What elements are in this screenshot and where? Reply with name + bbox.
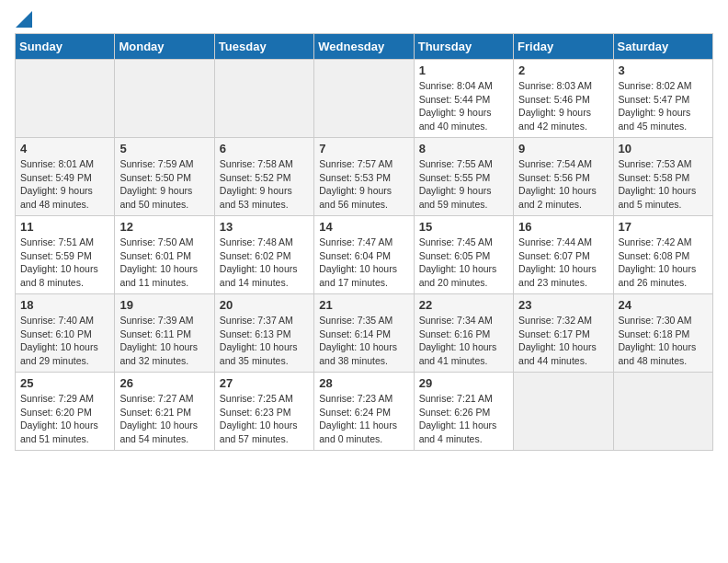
day-info: Sunrise: 7:51 AM Sunset: 5:59 PM Dayligh…	[20, 236, 109, 290]
day-number: 24	[619, 298, 708, 312]
weekday-header-row: SundayMondayTuesdayWednesdayThursdayFrid…	[16, 34, 713, 60]
calendar-cell: 7Sunrise: 7:57 AM Sunset: 5:53 PM Daylig…	[314, 138, 414, 216]
day-info: Sunrise: 7:47 AM Sunset: 6:04 PM Dayligh…	[319, 236, 408, 290]
calendar-week-row: 18Sunrise: 7:40 AM Sunset: 6:10 PM Dayli…	[16, 294, 713, 373]
calendar-cell: 15Sunrise: 7:45 AM Sunset: 6:05 PM Dayli…	[414, 216, 513, 294]
weekday-header-tuesday: Tuesday	[214, 34, 313, 60]
day-number: 1	[419, 63, 508, 77]
day-number: 23	[518, 298, 608, 312]
day-number: 5	[119, 142, 209, 155]
calendar-cell: 5Sunrise: 7:59 AM Sunset: 5:50 PM Daylig…	[115, 138, 214, 216]
weekday-header-thursday: Thursday	[414, 34, 513, 60]
calendar-cell: 26Sunrise: 7:27 AM Sunset: 6:21 PM Dayli…	[115, 373, 214, 451]
day-info: Sunrise: 8:02 AM Sunset: 5:47 PM Dayligh…	[619, 79, 708, 133]
calendar-cell: 8Sunrise: 7:55 AM Sunset: 5:55 PM Daylig…	[414, 138, 513, 216]
day-number: 4	[20, 142, 109, 155]
calendar-cell: 4Sunrise: 8:01 AM Sunset: 5:49 PM Daylig…	[16, 138, 115, 216]
day-number: 14	[319, 220, 408, 234]
calendar-cell: 25Sunrise: 7:29 AM Sunset: 6:20 PM Dayli…	[16, 373, 115, 451]
day-info: Sunrise: 7:37 AM Sunset: 6:13 PM Dayligh…	[220, 314, 309, 368]
calendar-cell	[16, 60, 115, 138]
calendar-cell	[115, 60, 214, 138]
day-number: 6	[220, 142, 309, 155]
calendar-cell: 10Sunrise: 7:53 AM Sunset: 5:58 PM Dayli…	[613, 138, 712, 216]
day-number: 17	[619, 220, 708, 234]
calendar-cell	[514, 373, 613, 451]
page-header	[15, 15, 713, 24]
calendar-cell: 20Sunrise: 7:37 AM Sunset: 6:13 PM Dayli…	[214, 294, 313, 373]
day-number: 28	[319, 376, 408, 390]
day-info: Sunrise: 7:57 AM Sunset: 5:53 PM Dayligh…	[319, 157, 408, 212]
day-number: 13	[220, 220, 309, 234]
calendar-cell: 29Sunrise: 7:21 AM Sunset: 6:26 PM Dayli…	[414, 373, 513, 451]
day-info: Sunrise: 7:44 AM Sunset: 6:07 PM Dayligh…	[518, 236, 608, 290]
weekday-header-wednesday: Wednesday	[314, 34, 414, 60]
day-info: Sunrise: 7:59 AM Sunset: 5:50 PM Dayligh…	[119, 157, 209, 212]
day-number: 20	[220, 298, 309, 312]
day-number: 15	[419, 220, 508, 234]
day-info: Sunrise: 7:45 AM Sunset: 6:05 PM Dayligh…	[419, 236, 508, 290]
day-number: 9	[518, 142, 608, 155]
calendar-cell	[214, 60, 313, 138]
day-info: Sunrise: 7:54 AM Sunset: 5:56 PM Dayligh…	[518, 157, 608, 212]
day-info: Sunrise: 7:30 AM Sunset: 6:18 PM Dayligh…	[619, 314, 708, 368]
calendar-cell: 23Sunrise: 7:32 AM Sunset: 6:17 PM Dayli…	[514, 294, 613, 373]
day-number: 21	[319, 298, 408, 312]
calendar-cell: 2Sunrise: 8:03 AM Sunset: 5:46 PM Daylig…	[514, 60, 613, 138]
day-number: 18	[20, 298, 109, 312]
weekday-header-saturday: Saturday	[613, 34, 712, 60]
calendar-cell: 12Sunrise: 7:50 AM Sunset: 6:01 PM Dayli…	[115, 216, 214, 294]
svg-marker-0	[16, 11, 32, 28]
day-info: Sunrise: 7:55 AM Sunset: 5:55 PM Dayligh…	[419, 157, 508, 212]
day-info: Sunrise: 7:21 AM Sunset: 6:26 PM Dayligh…	[419, 392, 508, 446]
calendar-cell: 18Sunrise: 7:40 AM Sunset: 6:10 PM Dayli…	[16, 294, 115, 373]
day-info: Sunrise: 7:32 AM Sunset: 6:17 PM Dayligh…	[518, 314, 608, 368]
day-number: 8	[419, 142, 508, 155]
day-info: Sunrise: 8:04 AM Sunset: 5:44 PM Dayligh…	[419, 79, 508, 133]
day-info: Sunrise: 8:01 AM Sunset: 5:49 PM Dayligh…	[20, 157, 109, 212]
day-info: Sunrise: 7:50 AM Sunset: 6:01 PM Dayligh…	[119, 236, 209, 290]
calendar-cell: 13Sunrise: 7:48 AM Sunset: 6:02 PM Dayli…	[214, 216, 313, 294]
day-number: 27	[220, 376, 309, 390]
calendar-cell	[613, 373, 712, 451]
calendar-table: SundayMondayTuesdayWednesdayThursdayFrid…	[15, 33, 713, 451]
calendar-cell: 11Sunrise: 7:51 AM Sunset: 5:59 PM Dayli…	[16, 216, 115, 294]
day-number: 22	[419, 298, 508, 312]
day-info: Sunrise: 8:03 AM Sunset: 5:46 PM Dayligh…	[518, 79, 608, 133]
day-info: Sunrise: 7:34 AM Sunset: 6:16 PM Dayligh…	[419, 314, 508, 368]
day-info: Sunrise: 7:48 AM Sunset: 6:02 PM Dayligh…	[220, 236, 309, 290]
calendar-cell: 19Sunrise: 7:39 AM Sunset: 6:11 PM Dayli…	[115, 294, 214, 373]
day-info: Sunrise: 7:39 AM Sunset: 6:11 PM Dayligh…	[119, 314, 209, 368]
day-number: 2	[518, 63, 608, 77]
day-info: Sunrise: 7:58 AM Sunset: 5:52 PM Dayligh…	[220, 157, 309, 212]
day-info: Sunrise: 7:42 AM Sunset: 6:08 PM Dayligh…	[619, 236, 708, 290]
day-info: Sunrise: 7:23 AM Sunset: 6:24 PM Dayligh…	[319, 392, 408, 446]
calendar-cell: 1Sunrise: 8:04 AM Sunset: 5:44 PM Daylig…	[414, 60, 513, 138]
weekday-header-sunday: Sunday	[16, 34, 115, 60]
calendar-cell: 9Sunrise: 7:54 AM Sunset: 5:56 PM Daylig…	[514, 138, 613, 216]
calendar-cell: 24Sunrise: 7:30 AM Sunset: 6:18 PM Dayli…	[613, 294, 712, 373]
day-number: 19	[119, 298, 209, 312]
calendar-cell: 21Sunrise: 7:35 AM Sunset: 6:14 PM Dayli…	[314, 294, 414, 373]
calendar-cell: 17Sunrise: 7:42 AM Sunset: 6:08 PM Dayli…	[613, 216, 712, 294]
day-number: 12	[119, 220, 209, 234]
calendar-cell: 16Sunrise: 7:44 AM Sunset: 6:07 PM Dayli…	[514, 216, 613, 294]
logo-arrow-icon	[16, 11, 32, 28]
calendar-cell	[314, 60, 414, 138]
day-info: Sunrise: 7:27 AM Sunset: 6:21 PM Dayligh…	[119, 392, 209, 446]
weekday-header-friday: Friday	[514, 34, 613, 60]
calendar-cell: 6Sunrise: 7:58 AM Sunset: 5:52 PM Daylig…	[214, 138, 313, 216]
day-info: Sunrise: 7:40 AM Sunset: 6:10 PM Dayligh…	[20, 314, 109, 368]
day-info: Sunrise: 7:29 AM Sunset: 6:20 PM Dayligh…	[20, 392, 109, 446]
calendar-cell: 22Sunrise: 7:34 AM Sunset: 6:16 PM Dayli…	[414, 294, 513, 373]
day-info: Sunrise: 7:35 AM Sunset: 6:14 PM Dayligh…	[319, 314, 408, 368]
day-number: 10	[619, 142, 708, 155]
weekday-header-monday: Monday	[115, 34, 214, 60]
day-number: 25	[20, 376, 109, 390]
day-info: Sunrise: 7:53 AM Sunset: 5:58 PM Dayligh…	[619, 157, 708, 212]
calendar-week-row: 4Sunrise: 8:01 AM Sunset: 5:49 PM Daylig…	[16, 138, 713, 216]
calendar-body: 1Sunrise: 8:04 AM Sunset: 5:44 PM Daylig…	[16, 60, 713, 451]
day-number: 16	[518, 220, 608, 234]
calendar-cell: 3Sunrise: 8:02 AM Sunset: 5:47 PM Daylig…	[613, 60, 712, 138]
day-number: 11	[20, 220, 109, 234]
